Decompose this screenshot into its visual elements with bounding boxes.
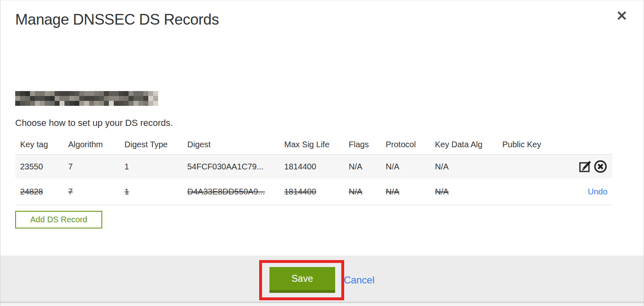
col-header-public-key: Public Key xyxy=(497,140,565,149)
dialog-footer: Save Cancel xyxy=(0,256,644,301)
col-header-max-sig-life: Max Sig Life xyxy=(279,140,344,149)
col-header-digest: Digest xyxy=(182,140,279,149)
add-ds-record-button[interactable]: Add DS Record xyxy=(15,211,102,228)
cell-digest: 54FCF030AA1C79... xyxy=(182,162,279,171)
dialog-bottom-shadow xyxy=(0,303,644,306)
cell-digest-type: 1 xyxy=(120,162,182,171)
col-header-protocol: Protocol xyxy=(381,140,430,149)
redacted-domain-name xyxy=(15,91,158,106)
edit-record-icon[interactable] xyxy=(579,160,593,173)
cancel-link[interactable]: Cancel xyxy=(344,274,375,286)
cell-protocol: N/A xyxy=(381,187,430,196)
cell-flags: N/A xyxy=(344,187,381,196)
table-header-row: Key tag Algorithm Digest Type Digest Max… xyxy=(15,135,612,154)
delete-record-icon[interactable] xyxy=(593,160,607,174)
cell-digest-type: 1 xyxy=(120,187,182,196)
close-icon[interactable] xyxy=(616,9,628,22)
cell-digest: D4A33E8DD550A9... xyxy=(182,187,279,196)
col-header-key-tag: Key tag xyxy=(15,140,63,149)
undo-link[interactable]: Undo xyxy=(588,187,607,196)
cell-key-tag: 24828 xyxy=(15,187,63,196)
table-row: 23550 7 1 54FCF030AA1C79... 1814400 N/A … xyxy=(15,155,612,178)
cell-max-sig-life: 1814400 xyxy=(279,187,344,196)
cell-flags: N/A xyxy=(344,162,381,171)
cell-algorithm: 7 xyxy=(63,162,120,171)
save-button[interactable]: Save xyxy=(269,267,335,293)
col-header-flags: Flags xyxy=(344,140,381,149)
cell-max-sig-life: 1814400 xyxy=(279,162,344,171)
col-header-digest-type: Digest Type xyxy=(120,140,182,149)
ds-records-table: Key tag Algorithm Digest Type Digest Max… xyxy=(15,135,612,205)
annotation-highlight-box: Save xyxy=(259,260,344,300)
cell-key-data-alg: N/A xyxy=(430,162,497,171)
cell-protocol: N/A xyxy=(381,162,430,171)
col-header-algorithm: Algorithm xyxy=(63,140,120,149)
cell-key-data-alg: N/A xyxy=(430,187,497,196)
col-header-key-data-alg: Key Data Alg xyxy=(430,140,497,149)
table-row-deleted: 24828 7 1 D4A33E8DD550A9... 1814400 N/A … xyxy=(15,178,612,205)
cell-key-tag: 23550 xyxy=(15,162,63,171)
manage-dnssec-ds-records-dialog: Manage DNSSEC DS Records Choose how to s… xyxy=(0,0,644,306)
dialog-title: Manage DNSSEC DS Records xyxy=(15,11,219,28)
cell-algorithm: 7 xyxy=(63,187,120,196)
instruction-text: Choose how to set up your DS records. xyxy=(15,118,173,128)
